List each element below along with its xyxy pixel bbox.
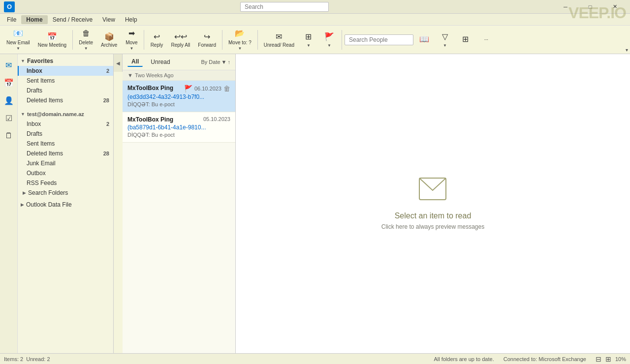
account-outbox[interactable]: Outbox <box>18 168 113 178</box>
account-deleted[interactable]: Deleted Items 28 <box>18 149 113 158</box>
nav-icons: ✉ 📅 👤 ☑ 🗒 <box>0 54 18 353</box>
title-search-input[interactable] <box>240 2 329 12</box>
move-button[interactable]: ➡ Move ▼ <box>122 26 141 53</box>
favorites-label: Favorites <box>27 58 53 64</box>
archive-button[interactable]: 📦 Archive <box>97 30 121 50</box>
message-date-1: 06.10.2023 <box>194 86 221 91</box>
message-sender-1: MxToolBox Ping <box>127 85 173 91</box>
nav-people-icon[interactable]: 👤 <box>2 93 16 107</box>
favorites-chevron: ▼ <box>21 59 25 63</box>
reading-pane-preview-link[interactable]: Click here to always preview messages <box>381 223 484 230</box>
search-folders-header[interactable]: ▶ Search Folders <box>18 188 113 198</box>
account-outbox-label: Outbox <box>27 170 46 177</box>
reply-icon: ↩ <box>154 32 160 41</box>
favorites-inbox[interactable]: Inbox 2 <box>18 66 113 76</box>
move-label: Move <box>126 40 137 45</box>
message-item-2-header: MxToolBox Ping 05.10.2023 <box>127 116 230 123</box>
folder-tree: ▼ Favorites Inbox 2 Sent Items Drafts De… <box>18 54 114 353</box>
account-drafts[interactable]: Drafts <box>18 129 113 139</box>
menu-send-receive[interactable]: Send / Receive <box>48 15 97 24</box>
search-people-input[interactable] <box>345 34 413 45</box>
category-button[interactable]: ⊞ ▼ <box>299 30 318 50</box>
reply-all-button[interactable]: ↩↩ Reply All <box>167 30 193 50</box>
favorites-drafts[interactable]: Drafts <box>18 86 113 95</box>
message-flag-icon-1[interactable]: 🚩 <box>184 85 192 92</box>
account-rss-label: RSS Feeds <box>27 180 57 186</box>
menu-help[interactable]: Help <box>120 15 142 24</box>
account-email: test@domain.name.az <box>27 111 84 117</box>
address-book-button[interactable]: 📖 <box>414 32 434 47</box>
favorites-deleted[interactable]: Deleted Items 28 <box>18 95 113 105</box>
favorites-deleted-badge: 28 <box>103 97 109 103</box>
account-sent[interactable]: Sent Items <box>18 139 113 149</box>
favorites-sent-label: Sent Items <box>27 77 55 84</box>
collapse-folder-btn[interactable]: ◀ <box>114 54 123 72</box>
unread-read-button[interactable]: ✉ Unread/ Read <box>260 30 298 50</box>
move-to-button[interactable]: 📂 Move to: ? ▼ <box>225 26 255 53</box>
flag-arrow: ▼ <box>327 43 331 48</box>
filter-button[interactable]: ▽ ▼ <box>435 30 455 50</box>
status-bar: Items: 2 Unread: 2 All folders are up to… <box>0 353 630 364</box>
favorites-inbox-badge: 2 <box>106 68 109 74</box>
account-inbox-label: Inbox <box>27 121 41 127</box>
move-to-icon: 📂 <box>235 29 245 38</box>
delete-button[interactable]: 🗑 Delete ▼ <box>75 27 96 53</box>
sort-label: By Date <box>201 59 220 65</box>
account-inbox[interactable]: Inbox 2 <box>18 119 113 129</box>
account-chevron: ▼ <box>21 112 25 117</box>
forward-button[interactable]: ↪ Forward <box>194 30 220 50</box>
ribbon-expand-btn[interactable]: ▾ <box>624 46 630 54</box>
favorites-deleted-label: Deleted Items <box>27 97 63 104</box>
new-email-icon: 📧 <box>13 29 23 38</box>
status-unread: Unread: 2 <box>26 356 50 362</box>
new-meeting-button[interactable]: 📅 New Meeting <box>34 30 70 50</box>
maximize-button[interactable]: □ <box>579 0 601 14</box>
reply-button[interactable]: ↩ Reply <box>147 30 166 50</box>
account-junk[interactable]: Junk Email <box>18 158 113 168</box>
search-folders-label: Search Folders <box>28 189 68 196</box>
nav-notes-icon[interactable]: 🗒 <box>2 129 16 143</box>
outlook-data-file-label: Outlook Data File <box>26 201 72 208</box>
sort-button[interactable]: By Date ▼ ↑ <box>201 59 230 65</box>
message-item-1[interactable]: MxToolBox Ping 🚩 06.10.2023 🗑 (ed3dd342-… <box>123 81 235 112</box>
menu-file[interactable]: File <box>2 15 21 24</box>
new-meeting-icon: 📅 <box>47 32 57 41</box>
favorites-header[interactable]: ▼ Favorites <box>18 56 113 66</box>
status-view-normal[interactable]: ⊟ <box>596 355 601 363</box>
minimize-button[interactable]: ─ <box>554 0 577 14</box>
title-bar: O ─ □ ✕ <box>0 0 630 14</box>
ribbon-sep-3 <box>222 30 222 50</box>
ribbon: 📧 New Email ▼ 📅 New Meeting 🗑 Delete ▼ 📦… <box>0 26 630 54</box>
status-view-compact[interactable]: ⊞ <box>605 355 611 363</box>
more-button[interactable]: ··· <box>476 34 496 45</box>
category-icon: ⊞ <box>305 32 312 41</box>
flag-icon: 🚩 <box>324 32 334 41</box>
nav-tasks-icon[interactable]: ☑ <box>2 111 16 125</box>
forward-icon: ↪ <box>204 32 210 41</box>
title-bar-center <box>15 2 554 12</box>
outlook-data-file-header[interactable]: ▶ Outlook Data File <box>18 200 113 210</box>
new-email-button[interactable]: 📧 New Email ▼ <box>3 26 33 53</box>
archive-icon: 📦 <box>104 32 114 41</box>
status-bar-right: All folders are up to date. Connected to… <box>434 355 626 363</box>
message-item-2[interactable]: MxToolBox Ping 05.10.2023 (ba5879d1-6b41… <box>123 112 235 143</box>
menu-home[interactable]: Home <box>21 15 47 24</box>
nav-calendar-icon[interactable]: 📅 <box>2 76 16 90</box>
message-icons-2: 05.10.2023 <box>203 116 230 122</box>
menu-bar: File Home Send / Receive View Help <box>0 14 630 26</box>
message-delete-icon-1[interactable]: 🗑 <box>223 85 230 92</box>
flag-button[interactable]: 🚩 ▼ <box>319 30 339 50</box>
tab-unread[interactable]: Unread <box>147 58 174 66</box>
account-inbox-badge: 2 <box>106 121 109 127</box>
favorites-sent[interactable]: Sent Items <box>18 76 113 86</box>
tab-all[interactable]: All <box>127 57 143 67</box>
account-header[interactable]: ▼ test@domain.name.az <box>18 109 113 119</box>
view-button[interactable]: ⊞ <box>456 32 475 47</box>
view-icon: ⊞ <box>462 34 469 44</box>
close-button[interactable]: ✕ <box>603 0 626 14</box>
account-rss[interactable]: RSS Feeds <box>18 178 113 188</box>
menu-view[interactable]: View <box>97 15 120 24</box>
nav-mail-icon[interactable]: ✉ <box>2 58 16 72</box>
message-sender-2: MxToolBox Ping <box>127 116 173 123</box>
main-layout: ✉ 📅 👤 ☑ 🗒 ▼ Favorites Inbox 2 Sent Items… <box>0 54 630 353</box>
